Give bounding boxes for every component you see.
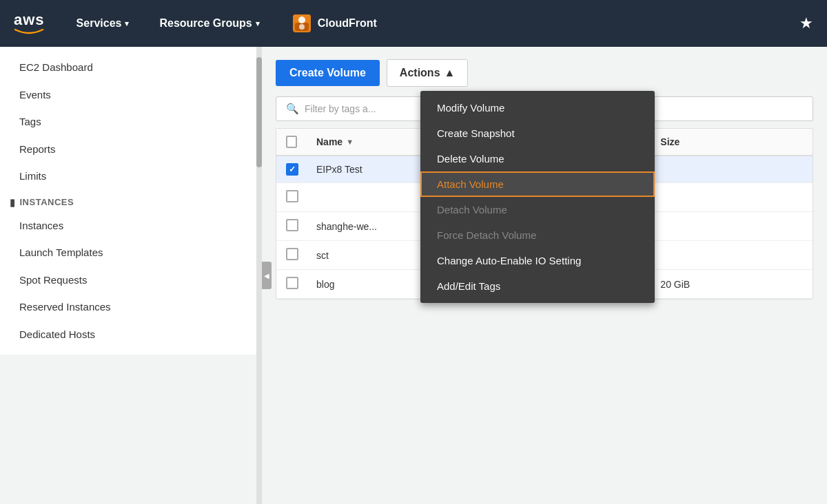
change-auto-enable-label: Change Auto-Enable IO Setting [437,255,581,266]
sidebar-ec2-dashboard-label: EC2 Dashboard [19,61,93,73]
instances-section-header[interactable]: ▮ INSTANCES [0,190,261,212]
dropdown-item-force-detach-volume[interactable]: Force Detach Volume [420,222,655,248]
delete-volume-label: Delete Volume [437,153,504,165]
bookmark-icon[interactable]: ★ [799,14,813,32]
services-chevron-icon: ▾ [125,19,129,28]
sidebar-scrollbar[interactable] [256,47,262,504]
row-5-checkbox-cell [276,277,307,291]
dropdown-item-modify-volume[interactable]: Modify Volume [420,95,655,120]
instances-section-label: INSTANCES [20,197,74,207]
services-label: Services [76,17,122,30]
sidebar-item-instances[interactable]: Instances [0,212,261,240]
resource-groups-label: Resource Groups [159,17,252,30]
svg-point-4 [299,24,305,30]
aws-logo-text: aws [14,12,45,28]
dropdown-item-detach-volume[interactable]: Detach Volume [420,197,655,222]
services-nav[interactable]: Services ▾ [71,14,135,32]
sidebar-events-label: Events [19,89,51,101]
create-volume-button[interactable]: Create Volume [276,60,380,86]
row-5-size: 20 GiB [651,279,813,290]
cloudfront-label: CloudFront [318,17,377,30]
sidebar-dedicated-hosts-label: Dedicated Hosts [19,328,95,340]
sidebar-tags-label: Tags [19,116,41,127]
dropdown-item-attach-volume[interactable]: Attach Volume [420,171,655,197]
dropdown-item-change-auto-enable[interactable]: Change Auto-Enable IO Setting [420,248,655,273]
actions-button[interactable]: Actions ▲ [387,59,469,87]
add-edit-tags-label: Add/Edit Tags [437,280,500,292]
create-snapshot-label: Create Snapshot [437,127,515,139]
sidebar-item-launch-templates[interactable]: Launch Templates [0,239,261,266]
row-5-checkbox[interactable] [286,277,298,289]
dropdown-item-create-snapshot[interactable]: Create Snapshot [420,120,655,146]
row-3-checkbox-cell [276,219,307,233]
sidebar-item-events[interactable]: Events [0,81,261,109]
row-1-checkbox-cell [276,163,307,176]
sidebar-item-spot-requests[interactable]: Spot Requests [0,266,261,294]
force-detach-volume-label: Force Detach Volume [437,229,536,241]
sidebar-item-tags[interactable]: Tags [0,108,261,136]
top-navigation: aws Services ▾ Resource Groups ▾ CloudFr… [0,0,827,47]
row-1-checkbox[interactable] [286,163,298,176]
th-name-label: Name [316,136,343,147]
th-size[interactable]: Size [651,136,813,147]
sort-icon: ▼ [346,138,354,146]
sidebar-collapse-button[interactable]: ◀ [262,262,272,289]
dropdown-item-add-edit-tags[interactable]: Add/Edit Tags [420,273,655,299]
row-2-checkbox[interactable] [286,190,298,202]
cloudfront-icon [292,13,312,34]
modify-volume-label: Modify Volume [437,102,504,114]
sidebar-item-limits[interactable]: Limits [0,162,261,190]
sidebar-scroll-thumb [256,57,262,167]
sidebar: EC2 Dashboard Events Tags Reports Limits… [0,47,262,355]
row-2-checkbox-cell [276,190,307,204]
content-area: Create Volume Actions ▲ Modify Volume Cr… [262,47,827,504]
sidebar-instances-label: Instances [19,220,63,231]
actions-label: Actions [400,67,440,79]
sidebar-item-reserved-instances[interactable]: Reserved Instances [0,293,261,321]
th-size-label: Size [660,136,680,147]
row-3-checkbox[interactable] [286,219,298,231]
actions-dropdown: Modify Volume Create Snapshot Delete Vol… [420,91,655,303]
sidebar-launch-templates-label: Launch Templates [19,246,103,258]
select-all-checkbox[interactable] [286,136,297,148]
aws-smile-icon [14,28,44,35]
detach-volume-label: Detach Volume [437,204,507,216]
filter-placeholder[interactable]: Filter by tags a... [305,103,376,114]
actions-chevron-icon: ▲ [445,67,456,79]
aws-logo: aws [14,12,45,35]
row-4-checkbox[interactable] [286,248,298,260]
sidebar-item-dedicated-hosts[interactable]: Dedicated Hosts [0,321,261,348]
minus-icon: ▮ [10,197,16,208]
sidebar-item-ec2-dashboard[interactable]: EC2 Dashboard [0,54,261,81]
cloudfront-nav[interactable]: CloudFront [292,13,377,34]
main-layout: EC2 Dashboard Events Tags Reports Limits… [0,47,827,504]
sidebar-wrapper: EC2 Dashboard Events Tags Reports Limits… [0,47,262,504]
row-4-checkbox-cell [276,248,307,262]
sidebar-limits-label: Limits [19,170,46,182]
toolbar: Create Volume Actions ▲ Modify Volume Cr… [276,59,813,87]
dropdown-item-delete-volume[interactable]: Delete Volume [420,146,655,171]
resource-groups-nav[interactable]: Resource Groups ▾ [154,14,265,32]
search-icon: 🔍 [286,103,299,115]
sidebar-spot-requests-label: Spot Requests [19,274,87,286]
sidebar-reports-label: Reports [19,143,56,155]
resource-groups-chevron-icon: ▾ [256,19,260,28]
svg-point-3 [298,17,305,23]
th-select-all[interactable] [276,136,307,148]
attach-volume-label: Attach Volume [437,178,504,190]
sidebar-item-reports[interactable]: Reports [0,136,261,163]
sidebar-reserved-instances-label: Reserved Instances [19,301,111,313]
